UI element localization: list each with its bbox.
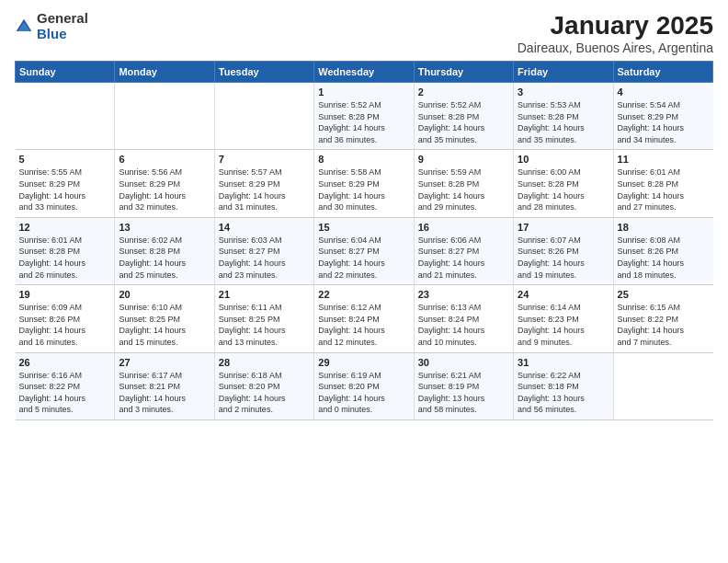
cell-info: Sunrise: 6:15 AM Sunset: 8:22 PM Dayligh… — [618, 302, 710, 348]
calendar-cell: 7Sunrise: 5:57 AM Sunset: 8:29 PM Daylig… — [214, 150, 313, 217]
day-number: 8 — [318, 154, 409, 165]
day-number: 18 — [618, 222, 710, 233]
calendar-cell: 16Sunrise: 6:06 AM Sunset: 8:27 PM Dayli… — [414, 217, 513, 284]
col-wednesday: Wednesday — [314, 62, 414, 83]
cell-info: Sunrise: 6:03 AM Sunset: 8:27 PM Dayligh… — [219, 235, 310, 281]
day-number: 12 — [19, 222, 111, 233]
calendar-cell: 15Sunrise: 6:04 AM Sunset: 8:27 PM Dayli… — [314, 217, 414, 284]
cell-info: Sunrise: 6:12 AM Sunset: 8:24 PM Dayligh… — [318, 302, 409, 348]
header: General Blue January 2025 Daireaux, Buen… — [15, 11, 713, 55]
day-number: 19 — [19, 289, 111, 300]
calendar-table: Sunday Monday Tuesday Wednesday Thursday… — [15, 61, 713, 420]
calendar-cell: 26Sunrise: 6:16 AM Sunset: 8:22 PM Dayli… — [16, 352, 115, 419]
calendar-cell: 20Sunrise: 6:10 AM Sunset: 8:25 PM Dayli… — [115, 285, 214, 352]
day-number: 16 — [418, 222, 509, 233]
title-block: January 2025 Daireaux, Buenos Aires, Arg… — [518, 11, 713, 55]
calendar-cell: 14Sunrise: 6:03 AM Sunset: 8:27 PM Dayli… — [214, 217, 313, 284]
day-number: 15 — [318, 222, 409, 233]
cell-info: Sunrise: 6:19 AM Sunset: 8:20 PM Dayligh… — [318, 370, 409, 416]
day-number: 27 — [119, 357, 210, 368]
day-number: 21 — [219, 289, 310, 300]
calendar-cell: 13Sunrise: 6:02 AM Sunset: 8:28 PM Dayli… — [115, 217, 214, 284]
day-number: 1 — [318, 86, 409, 98]
day-number: 30 — [418, 357, 509, 368]
cell-info: Sunrise: 6:11 AM Sunset: 8:25 PM Dayligh… — [219, 302, 310, 348]
calendar-cell: 9Sunrise: 5:59 AM Sunset: 8:28 PM Daylig… — [414, 150, 513, 217]
cell-info: Sunrise: 5:58 AM Sunset: 8:29 PM Dayligh… — [318, 167, 409, 213]
logo-blue: Blue — [37, 27, 88, 42]
cell-info: Sunrise: 6:22 AM Sunset: 8:18 PM Dayligh… — [518, 370, 609, 416]
calendar-cell: 27Sunrise: 6:17 AM Sunset: 8:21 PM Dayli… — [115, 352, 214, 419]
logo: General Blue — [15, 11, 88, 41]
cell-info: Sunrise: 5:57 AM Sunset: 8:29 PM Dayligh… — [219, 167, 310, 213]
cell-info: Sunrise: 5:52 AM Sunset: 8:28 PM Dayligh… — [318, 99, 409, 145]
calendar-cell: 19Sunrise: 6:09 AM Sunset: 8:26 PM Dayli… — [16, 285, 115, 352]
calendar-cell — [613, 352, 712, 419]
cell-info: Sunrise: 6:18 AM Sunset: 8:20 PM Dayligh… — [219, 370, 310, 416]
cell-info: Sunrise: 6:21 AM Sunset: 8:19 PM Dayligh… — [418, 370, 509, 416]
logo-icon — [15, 17, 33, 36]
day-number: 6 — [119, 154, 210, 165]
logo-text: General Blue — [37, 11, 88, 41]
calendar-cell: 10Sunrise: 6:00 AM Sunset: 8:28 PM Dayli… — [514, 150, 613, 217]
calendar-cell: 29Sunrise: 6:19 AM Sunset: 8:20 PM Dayli… — [314, 352, 414, 419]
week-row-3: 12Sunrise: 6:01 AM Sunset: 8:28 PM Dayli… — [16, 217, 713, 284]
day-number: 3 — [518, 86, 609, 98]
day-number: 9 — [418, 154, 509, 165]
cell-info: Sunrise: 6:07 AM Sunset: 8:26 PM Dayligh… — [518, 235, 609, 281]
week-row-5: 26Sunrise: 6:16 AM Sunset: 8:22 PM Dayli… — [16, 352, 713, 419]
calendar-header: Sunday Monday Tuesday Wednesday Thursday… — [16, 62, 713, 83]
col-saturday: Saturday — [613, 62, 712, 83]
day-number: 7 — [219, 154, 310, 165]
calendar-cell: 24Sunrise: 6:14 AM Sunset: 8:23 PM Dayli… — [514, 285, 613, 352]
day-number: 11 — [618, 154, 710, 165]
day-number: 20 — [119, 289, 210, 300]
cell-info: Sunrise: 6:14 AM Sunset: 8:23 PM Dayligh… — [518, 302, 609, 348]
calendar-cell: 18Sunrise: 6:08 AM Sunset: 8:26 PM Dayli… — [613, 217, 712, 284]
calendar-cell: 12Sunrise: 6:01 AM Sunset: 8:28 PM Dayli… — [16, 217, 115, 284]
day-number: 28 — [219, 357, 310, 368]
day-number: 2 — [418, 86, 509, 98]
calendar-cell — [115, 83, 214, 150]
cell-info: Sunrise: 6:10 AM Sunset: 8:25 PM Dayligh… — [119, 302, 210, 348]
header-row: Sunday Monday Tuesday Wednesday Thursday… — [16, 62, 713, 83]
calendar-cell: 30Sunrise: 6:21 AM Sunset: 8:19 PM Dayli… — [414, 352, 513, 419]
cell-info: Sunrise: 5:52 AM Sunset: 8:28 PM Dayligh… — [418, 99, 509, 145]
calendar-cell: 2Sunrise: 5:52 AM Sunset: 8:28 PM Daylig… — [414, 83, 513, 150]
calendar-cell: 3Sunrise: 5:53 AM Sunset: 8:28 PM Daylig… — [514, 83, 613, 150]
day-number: 24 — [518, 289, 609, 300]
day-number: 22 — [318, 289, 409, 300]
cell-info: Sunrise: 5:54 AM Sunset: 8:29 PM Dayligh… — [618, 99, 710, 145]
cell-info: Sunrise: 5:59 AM Sunset: 8:28 PM Dayligh… — [418, 167, 509, 213]
col-monday: Monday — [115, 62, 214, 83]
calendar-cell — [16, 83, 115, 150]
cell-info: Sunrise: 6:01 AM Sunset: 8:28 PM Dayligh… — [618, 167, 710, 213]
calendar-cell: 22Sunrise: 6:12 AM Sunset: 8:24 PM Dayli… — [314, 285, 414, 352]
day-number: 29 — [318, 357, 409, 368]
day-number: 25 — [618, 289, 710, 300]
calendar-cell: 11Sunrise: 6:01 AM Sunset: 8:28 PM Dayli… — [613, 150, 712, 217]
calendar-cell: 17Sunrise: 6:07 AM Sunset: 8:26 PM Dayli… — [514, 217, 613, 284]
calendar-cell — [214, 83, 313, 150]
calendar-body: 1Sunrise: 5:52 AM Sunset: 8:28 PM Daylig… — [16, 83, 713, 420]
day-number: 4 — [618, 86, 710, 98]
col-friday: Friday — [514, 62, 613, 83]
calendar-cell: 31Sunrise: 6:22 AM Sunset: 8:18 PM Dayli… — [514, 352, 613, 419]
day-number: 10 — [518, 154, 609, 165]
day-number: 31 — [518, 357, 609, 368]
cell-info: Sunrise: 5:53 AM Sunset: 8:28 PM Dayligh… — [518, 99, 609, 145]
calendar-cell: 1Sunrise: 5:52 AM Sunset: 8:28 PM Daylig… — [314, 83, 414, 150]
day-number: 23 — [418, 289, 509, 300]
cell-info: Sunrise: 6:01 AM Sunset: 8:28 PM Dayligh… — [19, 235, 111, 281]
calendar-cell: 4Sunrise: 5:54 AM Sunset: 8:29 PM Daylig… — [613, 83, 712, 150]
col-tuesday: Tuesday — [214, 62, 313, 83]
calendar-cell: 28Sunrise: 6:18 AM Sunset: 8:20 PM Dayli… — [214, 352, 313, 419]
page: General Blue January 2025 Daireaux, Buen… — [0, 0, 728, 563]
cell-info: Sunrise: 6:16 AM Sunset: 8:22 PM Dayligh… — [19, 370, 111, 416]
cell-info: Sunrise: 6:09 AM Sunset: 8:26 PM Dayligh… — [19, 302, 111, 348]
calendar-cell: 23Sunrise: 6:13 AM Sunset: 8:24 PM Dayli… — [414, 285, 513, 352]
calendar-cell: 8Sunrise: 5:58 AM Sunset: 8:29 PM Daylig… — [314, 150, 414, 217]
cell-info: Sunrise: 6:17 AM Sunset: 8:21 PM Dayligh… — [119, 370, 210, 416]
cell-info: Sunrise: 5:55 AM Sunset: 8:29 PM Dayligh… — [19, 167, 111, 213]
week-row-2: 5Sunrise: 5:55 AM Sunset: 8:29 PM Daylig… — [16, 150, 713, 217]
